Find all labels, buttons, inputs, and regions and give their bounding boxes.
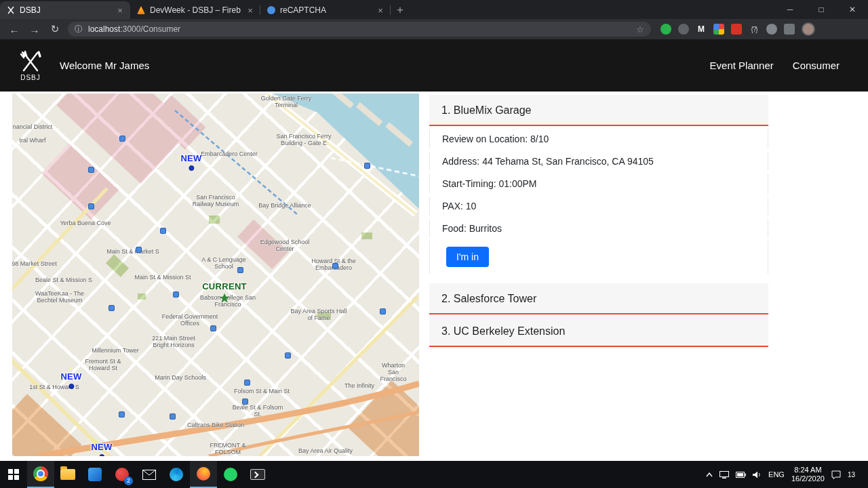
map-place-label: San Francisco Railway Museum: [186, 194, 245, 207]
transit-stop-icon: [160, 228, 166, 234]
transit-stop-icon: [244, 380, 250, 386]
minimize-button[interactable]: ─: [774, 0, 806, 19]
taskbar-whatsapp[interactable]: [217, 461, 244, 488]
action-center-icon[interactable]: [831, 470, 841, 479]
map-place-label: Bay Area Air Quality: [298, 447, 353, 454]
taskbar-terminal[interactable]: [244, 461, 271, 488]
dsbj-favicon: [7, 6, 15, 14]
transit-stop-icon: [119, 136, 125, 142]
new-tab-button[interactable]: +: [391, 1, 410, 19]
extension-red-icon[interactable]: [731, 24, 742, 35]
app-nav: Event Planner Consumer: [710, 60, 840, 71]
tray-battery-icon[interactable]: [736, 472, 746, 478]
profile-avatar[interactable]: [802, 22, 815, 36]
location-header-ucberkeley[interactable]: 3. UC Berkeley Extension: [429, 316, 768, 347]
address-bar[interactable]: ⓘ localhost:3000/Consumer ☆: [68, 22, 651, 37]
taskbar-mail[interactable]: [136, 461, 163, 488]
reload-icon[interactable]: ↻: [47, 23, 62, 35]
transit-stop-icon: [173, 291, 179, 298]
tab-close-icon[interactable]: ×: [245, 5, 255, 16]
extension-green-icon[interactable]: [660, 24, 671, 35]
current-star-icon: ★: [219, 293, 230, 303]
map-place-label: Fremont St & Howard St: [74, 358, 132, 371]
extension-box-icon[interactable]: [784, 24, 795, 35]
extension-grid-icon[interactable]: [713, 24, 724, 35]
fork-knife-icon: [19, 50, 42, 73]
browser-toolbar: ← → ↻ ⓘ localhost:3000/Consumer ☆ M {?}: [0, 19, 868, 39]
taskbar-chrome[interactable]: [27, 461, 54, 488]
tab-dsbj[interactable]: DSBJ ×: [0, 1, 130, 19]
tray-date: 16/2/2020: [791, 474, 825, 483]
transit-stop-icon: [108, 305, 115, 311]
app-logo-text: DSBJ: [20, 74, 41, 81]
map-place-label: The Infinity: [344, 382, 374, 389]
taskbar-apps: 2: [0, 461, 271, 488]
detail-address: Address: 44 Tehama St, San Francisco, CA…: [429, 152, 768, 171]
map-place-label: Millennium Tower: [92, 347, 138, 354]
extension-braces-icon[interactable]: {?}: [749, 24, 760, 35]
transit-stop-icon: [285, 352, 291, 359]
location-item: 3. UC Berkeley Extension: [429, 316, 768, 347]
blue-app-icon: [88, 468, 102, 481]
map-place-label: Caltrans Bike Station: [187, 422, 244, 428]
tray-chevron-up-icon[interactable]: [706, 472, 713, 477]
transit-stop-icon: [242, 399, 248, 405]
map[interactable]: nancial Districttral WharfEmbarcadero Ce…: [12, 94, 419, 456]
map-place-label: Edgewood School Center: [256, 239, 314, 252]
taskbar-explorer[interactable]: [54, 461, 81, 488]
map-marker-new[interactable]: NEW: [180, 153, 201, 171]
tray-time: 8:24 AM: [791, 466, 825, 474]
extension-dark-icon[interactable]: [678, 24, 689, 35]
tray-volume-icon[interactable]: [753, 471, 762, 479]
transit-stop-icon: [380, 308, 386, 314]
windows-logo-icon: [8, 469, 19, 480]
location-header-bluemix[interactable]: 1. BlueMix Garage: [429, 95, 768, 126]
locations-panel: 1. BlueMix Garage Review on Location: 8/…: [429, 95, 768, 347]
map-place-label: Main St & Mission St: [134, 274, 191, 281]
marker-label: NEW: [91, 442, 112, 452]
map-marker-new[interactable]: NEW: [60, 371, 81, 389]
notification-count: 13: [848, 471, 855, 479]
new-dot-icon: [189, 165, 194, 171]
window-controls: ─ □ ✕: [774, 0, 868, 19]
tray-monitor-icon[interactable]: [719, 471, 729, 479]
close-button[interactable]: ✕: [837, 0, 868, 19]
tray-clock[interactable]: 8:24 AM 16/2/2020: [791, 466, 825, 483]
app-logo: DSBJ: [11, 50, 50, 81]
tab-recaptcha[interactable]: reCAPTCHA ×: [260, 1, 391, 19]
map-place-label: A & C Lenguage School: [195, 256, 253, 270]
extension-gray-icon[interactable]: [766, 24, 777, 35]
maximize-button[interactable]: □: [806, 0, 837, 19]
extension-m-icon[interactable]: M: [696, 24, 707, 35]
tab-close-icon[interactable]: ×: [376, 5, 385, 16]
taskbar-app-orange[interactable]: [190, 461, 217, 488]
mail-icon: [142, 470, 156, 480]
tab-devweek[interactable]: DevWeek - DSBJ – Firebase cons ×: [130, 1, 260, 19]
map-marker-current[interactable]: CURRENT★: [202, 281, 247, 303]
site-info-icon[interactable]: ⓘ: [75, 24, 83, 35]
file-explorer-icon: [60, 469, 75, 480]
nav-event-planner[interactable]: Event Planner: [710, 60, 774, 71]
map-marker-new[interactable]: NEW: [91, 442, 112, 456]
map-place-label: FREMONT & FOLSOM: [199, 442, 257, 455]
taskbar-app-red[interactable]: 2: [108, 461, 136, 488]
taskbar-app-blue[interactable]: [81, 461, 108, 488]
back-icon[interactable]: ←: [7, 24, 22, 35]
tray-language[interactable]: ENG: [768, 470, 785, 479]
map-place-label: 221 Main Street Bright Horizons: [144, 335, 203, 348]
map-place-label: Beale St & Folsom St.: [229, 404, 287, 418]
url-path: :3000/Consumer: [120, 24, 180, 34]
map-place-label: Main St & Market S: [106, 248, 159, 255]
tab-close-icon[interactable]: ×: [115, 5, 125, 16]
transit-stop-icon: [237, 267, 243, 273]
taskbar-edge[interactable]: [163, 461, 190, 488]
bookmark-star-icon[interactable]: ☆: [636, 24, 644, 35]
nav-consumer[interactable]: Consumer: [793, 60, 840, 71]
transit-stop-icon: [210, 325, 216, 331]
location-header-salesforce[interactable]: 2. Salesforce Tower: [429, 283, 768, 314]
forward-icon[interactable]: →: [27, 24, 42, 35]
start-button[interactable]: [0, 461, 27, 488]
im-in-button[interactable]: I'm in: [446, 247, 489, 267]
marker-label: NEW: [180, 153, 201, 163]
map-place-label: Golden Gate Ferry Terminal: [257, 95, 315, 108]
